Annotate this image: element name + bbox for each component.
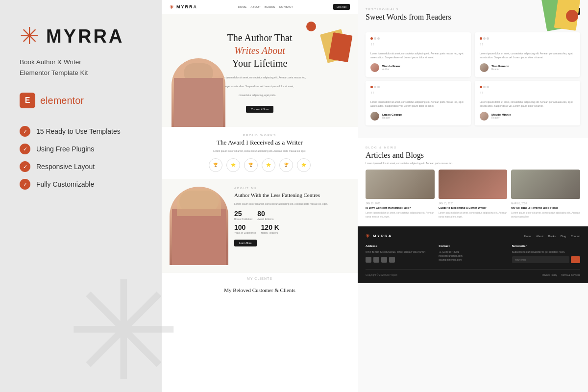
dot	[374, 37, 376, 40]
article-date-3: MAR 01, 2020	[511, 202, 580, 205]
awards-title: The Award I Received as a Writer	[170, 139, 350, 147]
testimonial-text-3: Lorem ipsum dolor sit amet, consectetur …	[370, 100, 466, 108]
card-dots-1	[370, 37, 466, 40]
article-thumb-2	[439, 170, 508, 199]
dot	[374, 86, 376, 88]
newsletter-form: →	[512, 256, 580, 263]
twitter-icon[interactable]	[373, 257, 379, 263]
footer-columns: Address 6754 Benton Street Avenue, Stree…	[366, 245, 580, 263]
awards-section: PROUD WORKS The Award I Received as a Wr…	[162, 127, 358, 179]
footer-nav-contact[interactable]: Contact	[571, 235, 580, 238]
nav-cta-button[interactable]: Lets Talk	[333, 4, 350, 10]
newsletter-submit-button[interactable]: →	[571, 256, 580, 263]
about-section: ABOUT ME Author With the Less Fattening …	[162, 179, 358, 273]
stats-row-2: 100 Years of Experience 120 K Happy Read…	[234, 223, 350, 234]
youtube-icon[interactable]	[389, 257, 395, 263]
award-badge-2: ⭐	[226, 158, 240, 172]
footer-phone: +1 (234) 567-8901	[439, 250, 507, 254]
check-icon-2: ✓	[20, 144, 30, 154]
tagline: Book Author & Writer Elementor Template …	[20, 57, 142, 78]
footer-top: ✳ MYRRA Home About Books Blog Contact	[366, 233, 580, 239]
article-date-2: JAN 15, 2020	[439, 202, 508, 205]
article-text-2: Lorem ipsum dolor sit amet, consectetur …	[439, 211, 508, 219]
footer-logo: ✳ MYRRA	[366, 233, 392, 239]
quote-mark-1: "	[370, 42, 466, 51]
footer-terms-link[interactable]: Terms & Services	[561, 273, 580, 276]
feature-item-3: ✓ Responsive Layout	[20, 161, 142, 172]
testimonials-title-block: TESTIMONIALS Sweet Words from Readers	[366, 8, 451, 27]
footer-bottom: Copyright © 2020 NR Project Privacy Poli…	[366, 269, 580, 276]
check-icon-3: ✓	[20, 161, 30, 172]
award-badge-1: 🏆	[209, 158, 222, 172]
nav-logo-star-icon: ✳	[170, 4, 174, 10]
author-info-4: Maude Minnie Reader	[491, 113, 511, 119]
sidebar: ✳ MYRRA Book Author & Writer Elementor T…	[0, 0, 162, 392]
stat-readers: 120 K Happy Readers	[261, 223, 279, 234]
about-content: ABOUT ME Author With the Less Fattening …	[234, 187, 350, 246]
about-text: Lorem ipsum dolor sit amet, consectetur …	[234, 202, 350, 206]
testimonial-text-1: Lorem ipsum dolor sit amet, consectetur …	[370, 51, 466, 59]
article-card-1: JAN 10, 2020 Is Why Content Marketing Fa…	[366, 170, 435, 219]
facebook-icon[interactable]	[366, 257, 371, 263]
award-badge-3: 🏆	[244, 158, 258, 172]
about-title: Author With the Less Fattening Centres	[234, 192, 350, 199]
website-preview-left: ✳ MYRRA HOME ABOUT BOOKS CONTACT Lets Ta…	[162, 0, 358, 392]
footer-address-col: Address 6754 Benton Street Avenue, Stree…	[366, 245, 434, 263]
testimonial-card-3: " Lorem ipsum dolor sit amet, consectetu…	[366, 81, 471, 125]
newsletter-email-input[interactable]	[512, 256, 569, 263]
article-thumb-1	[366, 170, 435, 199]
elementor-label: elementor	[40, 95, 84, 106]
hero-cta-button[interactable]: Connect Now	[246, 106, 273, 113]
stat-books: 25 Books Published	[234, 210, 252, 220]
footer-nav-about[interactable]: About	[536, 235, 543, 238]
author-avatar-4	[480, 112, 489, 121]
about-person-image	[170, 187, 228, 265]
footer-privacy-link[interactable]: Privacy Policy	[542, 273, 557, 276]
top-books-decoration	[524, 0, 583, 34]
dot	[487, 37, 489, 40]
footer-email-1: hello@brandmail.com	[439, 254, 507, 258]
testimonials-tag: TESTIMONIALS	[366, 8, 451, 11]
articles-title: Articles and Blogs	[366, 151, 580, 160]
dot	[487, 86, 489, 88]
top-book-splat	[566, 10, 578, 22]
author-info-3: Lucas George Reader	[382, 113, 402, 119]
dot-active	[480, 37, 482, 40]
stat-experience: 100 Years of Experience	[234, 223, 256, 234]
author-info-1: Wanda Franz Author	[382, 65, 400, 71]
card-dots-2	[480, 37, 575, 40]
testimonial-card-1: " Lorem ipsum dolor sit amet, consectetu…	[366, 32, 471, 77]
footer-contact-col: Contact +1 (234) 567-8901 hello@brandmai…	[439, 245, 507, 263]
article-card-3: MAR 01, 2020 My All Time 3 Favorite Blog…	[511, 170, 580, 219]
footer-address-text: 6754 Benton Street Avenue, Street Oaklaw…	[366, 250, 434, 254]
feature-item-1: ✓ 15 Ready to Use Templates	[20, 126, 142, 137]
footer-nav-home[interactable]: Home	[524, 235, 532, 238]
article-title-2: Guide to Becoming a Better Writer	[439, 206, 508, 210]
articles-grid: JAN 10, 2020 Is Why Content Marketing Fa…	[366, 170, 580, 219]
footer-newsletter-title: Newsletter	[512, 245, 580, 247]
awards-text: Lorem ipsum dolor sit amet, consectetur …	[170, 149, 350, 153]
learn-more-button[interactable]: Learn More	[234, 240, 257, 246]
stat-awards: 80 Award Editions	[257, 210, 273, 220]
hero-person-image	[172, 58, 225, 127]
testimonial-author-4: Maude Minnie Reader	[480, 112, 575, 121]
author-info-2: Tina Benson Reader	[491, 65, 509, 71]
articles-section: BLOG & NEWS Articles and Blogs Lorem ips…	[358, 138, 588, 226]
footer-links: Privacy Policy Terms & Services	[542, 273, 580, 276]
instagram-icon[interactable]	[381, 257, 387, 263]
website-nav: ✳ MYRRA HOME ABOUT BOOKS CONTACT Lets Ta…	[162, 0, 358, 14]
footer-newsletter-text: Subscribe to our newsletter to get all l…	[512, 250, 580, 254]
footer-nav-blog[interactable]: Blog	[561, 235, 566, 238]
hero-section: The Author That Writes About Your Lifeti…	[162, 14, 358, 127]
features-list: ✓ 15 Ready to Use Templates ✓ Using Free…	[20, 126, 142, 190]
article-text-1: Lorem ipsum dolor sit amet, consectetur …	[366, 211, 435, 219]
article-title-3: My All Time 3 Favorite Blog Posts	[511, 206, 580, 210]
dot	[377, 37, 380, 40]
hero-small-text: Lorem ipsum dolor sit amet, consectetur …	[214, 76, 306, 97]
article-text-3: Lorem ipsum dolor sit amet, consectetur …	[511, 211, 580, 219]
testimonial-author-3: Lucas George Reader	[370, 112, 466, 121]
footer-nav-books[interactable]: Books	[548, 235, 556, 238]
clients-title: My Beloved Customer & Clients	[162, 284, 358, 296]
testimonials-grid: " Lorem ipsum dolor sit amet, consectetu…	[366, 32, 580, 125]
logo-area: ✳ MYRRA	[20, 24, 142, 48]
